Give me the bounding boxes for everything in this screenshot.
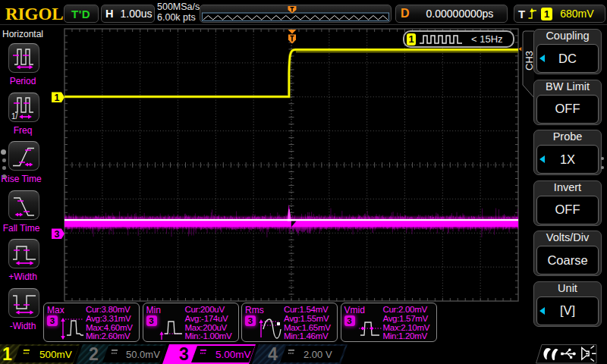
svg-text:1: 1 bbox=[2, 344, 12, 364]
svg-text:2.00 V: 2.00 V bbox=[304, 349, 332, 360]
svg-text:500mV: 500mV bbox=[39, 349, 72, 360]
svg-text:1/: 1/ bbox=[11, 112, 18, 121]
svg-text:4: 4 bbox=[268, 344, 278, 364]
svg-text:3: 3 bbox=[179, 344, 189, 364]
svg-text:5.00mV: 5.00mV bbox=[215, 349, 251, 360]
svg-text:3: 3 bbox=[55, 229, 60, 240]
svg-text:2: 2 bbox=[89, 344, 99, 364]
svg-text:CH3: CH3 bbox=[524, 51, 535, 71]
svg-text:1: 1 bbox=[55, 93, 60, 103]
svg-text:50.0mV: 50.0mV bbox=[126, 349, 160, 360]
